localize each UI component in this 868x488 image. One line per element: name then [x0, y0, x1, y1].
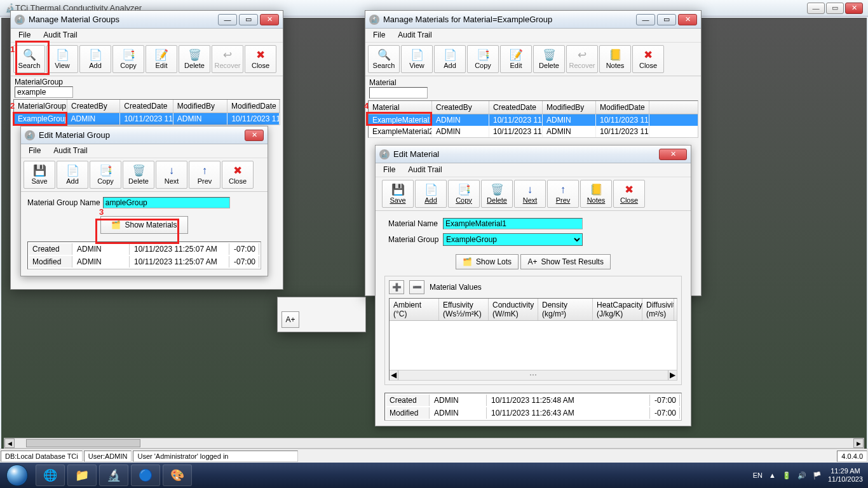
view-icon: 📄	[56, 50, 69, 60]
material-group-select[interactable]: ExampleGroup	[443, 233, 583, 246]
taskbar-ie[interactable]: 🌐	[36, 464, 65, 486]
menu-file[interactable]: File	[13, 30, 36, 41]
add-icon: 📄	[89, 50, 102, 60]
mdi-hscroll[interactable]: ◀ ▶	[4, 438, 864, 449]
tray-battery-icon[interactable]: 🔋	[782, 471, 791, 480]
taskbar-edge[interactable]: 🔵	[131, 464, 160, 486]
grid-row-selected[interactable]: ExampleMaterial1 ADMIN 10/11/2023 11:25 …	[369, 114, 698, 126]
group-name-input[interactable]	[103, 197, 230, 208]
tray-flag-icon[interactable]: 🏳️	[813, 471, 822, 480]
search-icon: 🔍	[377, 50, 391, 60]
menu-audit[interactable]: Audit Trail	[48, 146, 92, 156]
notes-button[interactable]: 📒Notes	[580, 180, 612, 208]
search-button[interactable]: 🔍Search	[13, 45, 45, 73]
delete-button[interactable]: 🗑️Delete	[123, 161, 154, 189]
delete-button[interactable]: 🗑️Delete	[533, 45, 565, 73]
material-name-input[interactable]	[443, 218, 583, 229]
recover-button[interactable]: ↩Recover	[566, 45, 598, 73]
filter-input[interactable]	[369, 87, 428, 98]
scroll-right-icon[interactable]: ▶	[668, 370, 677, 380]
close-button[interactable]: ✕	[659, 149, 687, 160]
search-button[interactable]: 🔍Search	[368, 45, 400, 73]
annotation-3: 3	[99, 207, 104, 217]
add-icon: 📄	[66, 165, 79, 176]
start-button[interactable]	[0, 463, 34, 488]
filter-label: MaterialGroup	[15, 78, 63, 86]
window-title: Manage Materials for Material=ExampleGro…	[383, 15, 552, 24]
view-button[interactable]: 📄View	[401, 45, 433, 73]
grid-row[interactable]: ExampleMaterial2 ADMIN 10/11/2023 11:26 …	[369, 126, 698, 137]
next-button[interactable]: ↓Next	[514, 180, 546, 208]
prev-button[interactable]: ↑Prev	[547, 180, 579, 208]
show-results-button[interactable]: A+Show Test Results	[520, 254, 611, 269]
close-button-tb[interactable]: ✖Close	[632, 45, 664, 73]
show-materials-button[interactable]: 🗂️ Show Materials	[100, 216, 187, 234]
copy-button[interactable]: 📑Copy	[448, 180, 480, 208]
view-button[interactable]: 📄View	[46, 45, 78, 73]
filter-input[interactable]	[15, 86, 73, 98]
menu-file[interactable]: File	[378, 165, 400, 175]
menu-file[interactable]: File	[368, 30, 390, 41]
minimize-button[interactable]: —	[218, 14, 237, 25]
delete-button[interactable]: 🗑️Delete	[179, 45, 210, 73]
notes-button[interactable]: 📒Notes	[599, 45, 631, 73]
app-minimize-button[interactable]: —	[807, 3, 825, 14]
window-icon: 🔬	[15, 15, 25, 25]
prev-button[interactable]: ↑Prev	[189, 161, 220, 189]
maximize-button[interactable]: ▭	[239, 14, 258, 25]
close-button[interactable]: ✕	[260, 14, 279, 25]
copy-button[interactable]: 📑Copy	[90, 161, 121, 189]
copy-button[interactable]: 📑Copy	[467, 45, 499, 73]
add-button[interactable]: 📄Add	[434, 45, 466, 73]
remove-value-button[interactable]: ➖	[409, 280, 424, 294]
app-close-button[interactable]: ✕	[845, 3, 863, 14]
app-maximize-button[interactable]: ▭	[826, 3, 844, 14]
edit-button[interactable]: 📝Edit	[146, 45, 177, 73]
close-button[interactable]: ✕	[678, 14, 697, 25]
menu-audit[interactable]: Audit Trail	[403, 165, 447, 175]
menu-file[interactable]: File	[24, 146, 46, 156]
window-icon: 🔬	[369, 15, 379, 25]
edit-button[interactable]: 📝Edit	[500, 45, 532, 73]
save-button[interactable]: 💾Save	[382, 180, 414, 208]
show-lots-button[interactable]: 🗂️Show Lots	[456, 254, 519, 269]
grid-row-selected[interactable]: ExampleGroup ADMIN 10/11/2023 11:25 ADMI…	[14, 113, 280, 125]
delete-button[interactable]: 🗑️Delete	[481, 180, 513, 208]
floating-panel: A+	[277, 297, 366, 332]
close-button-tb[interactable]: ✖Close	[245, 45, 276, 73]
copy-button[interactable]: 📑Copy	[112, 45, 144, 73]
close-button[interactable]: ✕	[245, 130, 264, 141]
filter-label: Material	[369, 78, 397, 87]
tray-clock[interactable]: 11:29 AM 11/10/2023	[828, 467, 863, 484]
menu-audit[interactable]: Audit Trail	[393, 30, 437, 41]
window-title: Edit Material	[393, 149, 439, 159]
taskbar-paint[interactable]: 🎨	[163, 464, 192, 486]
maximize-button[interactable]: ▭	[657, 14, 676, 25]
close-button-tb[interactable]: ✖Close	[222, 161, 254, 189]
scroll-left-icon[interactable]: ◀	[390, 370, 398, 380]
add-button[interactable]: 📄Add	[415, 180, 447, 208]
window-title: Manage Material Groups	[29, 15, 119, 24]
tray-up-icon[interactable]: ▲	[769, 471, 776, 479]
add-button[interactable]: 📄Add	[79, 45, 111, 73]
tray-volume-icon[interactable]: 🔊	[797, 471, 806, 480]
close-button-tb[interactable]: ✖Close	[613, 180, 645, 208]
next-button[interactable]: ↓Next	[156, 161, 187, 189]
taskbar-tci[interactable]: 🔬	[99, 464, 128, 486]
tray-lang[interactable]: EN	[753, 471, 763, 479]
add-value-button[interactable]: ➕	[389, 280, 404, 294]
annotation-2: 2	[10, 101, 15, 111]
a-plus-button[interactable]: A+	[281, 311, 299, 328]
a-plus-icon: A+	[527, 257, 537, 266]
taskbar-explorer[interactable]: 📁	[67, 464, 97, 486]
menu-audit[interactable]: Audit Trail	[38, 30, 82, 41]
minimize-button[interactable]: —	[636, 14, 655, 25]
add-icon: 📄	[444, 50, 457, 60]
recover-button[interactable]: ↩Recover	[212, 45, 243, 73]
save-button[interactable]: 💾Save	[24, 161, 55, 189]
a-plus-icon: A+	[285, 315, 295, 324]
notes-icon: 📒	[590, 184, 603, 195]
material-name-label: Material Name	[388, 219, 440, 228]
add-button[interactable]: 📄Add	[57, 161, 88, 189]
close-x-icon: ✖	[644, 50, 653, 60]
